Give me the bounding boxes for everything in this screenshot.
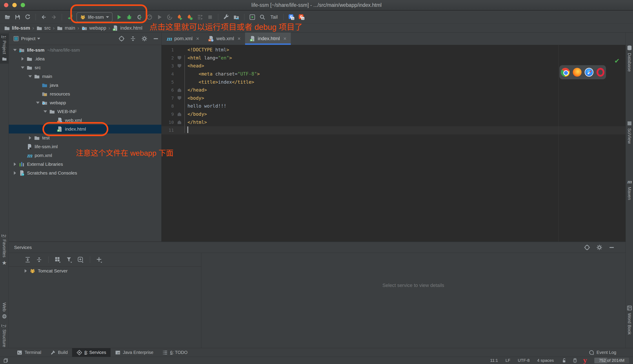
tool-window-button[interactable]: 1: Project — [0, 33, 9, 64]
breadcrumb-item[interactable]: src — [36, 25, 51, 31]
tree-expanded-arrow[interactable] — [21, 66, 24, 69]
minimize-icon[interactable] — [152, 35, 159, 42]
open-folder-icon[interactable] — [4, 13, 11, 22]
code-editor[interactable]: 1 <!DOCTYPE html> 2 <html lang="en"> 3 <… — [161, 45, 625, 242]
tool-window-button[interactable]: 2: Favorites ★ — [0, 234, 9, 266]
profile-debug-icon[interactable] — [186, 13, 193, 22]
run-dashboard-icon[interactable] — [196, 13, 203, 22]
fold-marker-icon[interactable] — [178, 56, 181, 60]
sync-icon[interactable] — [24, 13, 31, 22]
stop-icon[interactable] — [206, 13, 214, 22]
coverage-icon[interactable] — [136, 13, 143, 22]
editor-tab[interactable]: Hindex.html× — [245, 32, 291, 45]
breadcrumb-item[interactable]: main — [57, 25, 75, 31]
run-window-icon[interactable] — [249, 13, 256, 22]
tool-window-button[interactable]: Word Book — [626, 305, 633, 335]
editor-tab[interactable]: mpom.xml× — [161, 32, 203, 45]
save-icon[interactable] — [14, 13, 21, 22]
window-stack-icon[interactable] — [3, 358, 8, 363]
memory-indicator[interactable]: 752 of 2014M — [594, 358, 629, 363]
tree-collapsed-arrow[interactable] — [14, 171, 16, 175]
line-ending[interactable]: LF — [506, 358, 510, 363]
fold-marker-icon[interactable] — [178, 120, 181, 124]
tool-window-button[interactable]: m Maven — [626, 179, 633, 200]
search-icon[interactable] — [259, 13, 266, 22]
grazie-icon[interactable] — [572, 358, 578, 364]
close-tab-icon[interactable]: × — [283, 36, 286, 42]
file-encoding[interactable]: UTF-8 — [518, 358, 530, 363]
opera-icon[interactable] — [596, 68, 604, 76]
indent-setting[interactable]: 4 spaces — [537, 358, 554, 363]
close-tab-icon[interactable]: × — [196, 36, 199, 42]
tool-window-bar-button[interactable]: Build — [46, 348, 72, 357]
groupby-icon[interactable] — [54, 255, 61, 264]
tree-collapsed-arrow[interactable] — [29, 136, 31, 140]
rerun-icon[interactable] — [156, 13, 163, 22]
chrome-icon[interactable] — [561, 68, 570, 76]
addframe-icon[interactable] — [77, 255, 84, 264]
safari-icon[interactable] — [585, 68, 593, 76]
tree-collapsed-arrow[interactable] — [14, 162, 16, 166]
tree-expanded-arrow[interactable] — [44, 110, 47, 112]
fold-marker-icon[interactable] — [178, 88, 181, 92]
crosshair-icon[interactable] — [584, 244, 590, 251]
tree-collapsed-arrow[interactable] — [25, 269, 27, 273]
gear-icon[interactable] — [596, 244, 603, 251]
forward-icon[interactable] — [50, 13, 57, 22]
expand-all-icon[interactable] — [24, 255, 31, 264]
event-log-button[interactable]: Event Log — [584, 348, 621, 357]
translate-red-icon[interactable]: G文 — [298, 13, 305, 22]
tree-expanded-arrow[interactable] — [28, 75, 32, 78]
chevron-down-icon[interactable] — [37, 38, 40, 40]
tree-expanded-arrow[interactable] — [36, 102, 40, 104]
gear-icon[interactable] — [141, 35, 148, 42]
tree-row[interactable]: External Libraries — [9, 160, 161, 168]
tool-window-bar-button[interactable]: EEJava Enterprise — [111, 348, 158, 357]
minimize-icon[interactable] — [608, 244, 615, 251]
youdao-icon[interactable]: y — [583, 358, 587, 364]
tree-row[interactable]: resources — [9, 90, 161, 98]
attach-arrow-icon[interactable] — [66, 13, 73, 22]
collapse-all-icon[interactable] — [130, 35, 136, 42]
service-tree-row[interactable]: Tomcat Server — [9, 266, 201, 275]
filter-icon[interactable] — [66, 255, 73, 264]
project-structure-icon[interactable] — [233, 13, 240, 22]
firefox-icon[interactable] — [573, 68, 582, 76]
tree-row[interactable]: WEB-INF — [9, 107, 161, 116]
plus-icon[interactable] — [96, 255, 103, 264]
tree-row[interactable]: webapp — [9, 98, 161, 107]
project-panel-title[interactable]: Project — [21, 36, 35, 41]
tree-row[interactable]: .idea — [9, 54, 161, 63]
run-icon[interactable] — [116, 13, 123, 22]
fold-marker-icon[interactable] — [178, 112, 181, 116]
unlock-icon[interactable] — [561, 358, 567, 364]
collapse-all-icon[interactable] — [36, 255, 43, 264]
tree-row[interactable]: H index.html — [9, 125, 161, 134]
tree-row[interactable]: Scratches and Consoles — [9, 168, 161, 178]
caret-position[interactable]: 11:1 — [490, 358, 498, 363]
services-splitter[interactable] — [201, 253, 201, 348]
profile-run-icon[interactable] — [176, 13, 183, 22]
tool-window-bar-button[interactable]: Terminal — [12, 348, 46, 357]
tree-row[interactable]: src — [9, 63, 161, 72]
tree-expanded-arrow[interactable] — [13, 49, 17, 51]
tool-window-bar-button[interactable]: 6: TODO — [158, 348, 192, 357]
tree-row[interactable]: life-ssm~/share/life-ssm — [9, 46, 161, 54]
inspection-status-icon[interactable]: ✔ — [615, 56, 619, 65]
debug-icon[interactable] — [126, 13, 133, 22]
breadcrumb-item[interactable]: life-ssm — [4, 25, 30, 31]
wrench-icon[interactable] — [223, 13, 230, 22]
tail-toolbar-label[interactable]: Tail — [269, 14, 279, 20]
profiler-icon[interactable] — [146, 13, 153, 22]
tool-window-button[interactable]: Web — [0, 302, 9, 319]
crosshair-icon[interactable] — [118, 35, 125, 42]
tool-window-button[interactable]: Database — [626, 45, 633, 72]
restart-icon[interactable] — [166, 13, 173, 22]
fold-marker-icon[interactable] — [178, 96, 181, 100]
tree-row[interactable]: <> web.xml — [9, 116, 161, 125]
translate-blue-icon[interactable]: G文 — [288, 13, 295, 22]
tree-row[interactable]: test — [9, 134, 161, 142]
tree-row[interactable]: java — [9, 81, 161, 90]
close-tab-icon[interactable]: × — [238, 36, 241, 42]
tree-row[interactable]: life-ssm.iml — [9, 142, 161, 151]
